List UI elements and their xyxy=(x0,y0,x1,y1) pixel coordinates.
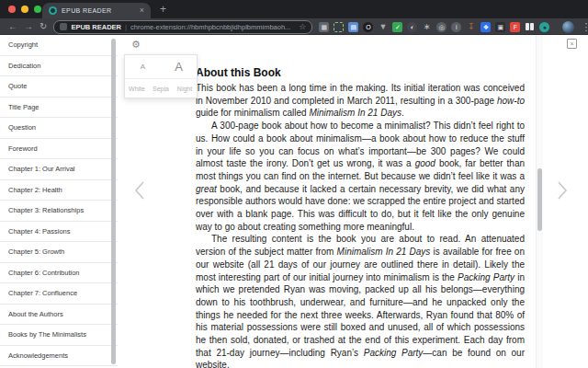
theme-row: WhiteSepiaNight xyxy=(125,79,197,98)
bookmark-star-icon[interactable]: ☆ xyxy=(299,23,306,31)
extensions-row: ▦▤O▼✓◐∗◎i↧❖▣F● xyxy=(319,22,549,32)
diamond-extension-icon[interactable]: ❖ xyxy=(481,22,491,32)
content-scrollbar-thumb[interactable] xyxy=(537,168,542,231)
sidebar-item[interactable]: Copyright xyxy=(0,35,118,56)
browser-window: EPUB READER × + ← → ↻ EPUB READER | chro… xyxy=(0,0,588,368)
window-zoom-button[interactable] xyxy=(34,6,41,13)
shield-extension-icon[interactable]: ✓ xyxy=(392,22,402,32)
paragraph: This book has been a long time in the ma… xyxy=(196,82,525,120)
sidebar-item[interactable]: Dedication xyxy=(0,56,118,77)
tab-close-icon[interactable]: × xyxy=(140,6,144,15)
book-content: About this Book This book has been a lon… xyxy=(196,66,525,368)
traffic-lights xyxy=(0,6,41,18)
back-icon[interactable]: ← xyxy=(8,22,17,31)
sidebar-item[interactable]: Chapter 5: Growth xyxy=(0,242,118,263)
sidebar-item[interactable]: Chapter 4: Passions xyxy=(0,222,118,243)
sidebar-item[interactable]: Acknowledgements xyxy=(0,346,118,367)
window-close-button[interactable] xyxy=(8,6,16,13)
theme-option-night[interactable]: Night xyxy=(173,86,197,92)
settings-popup: A A WhiteSepiaNight xyxy=(124,54,198,98)
paragraphs-container: This book has been a long time in the ma… xyxy=(196,82,525,368)
download-extension-icon[interactable]: ↧ xyxy=(466,22,476,32)
caret-extension-icon[interactable]: ▼ xyxy=(378,22,388,32)
tab-title: EPUB READER xyxy=(62,7,135,14)
sidebar-item[interactable]: About the Authors xyxy=(0,305,118,326)
browser-tab[interactable]: EPUB READER × xyxy=(42,3,151,18)
sidebar-item[interactable]: Quote xyxy=(0,76,118,98)
book-extension-icon[interactable] xyxy=(525,22,535,32)
paragraph: The resulting content is the book you ar… xyxy=(196,233,525,368)
toc-list: CopyrightDedicationQuoteTitle PageQuesti… xyxy=(0,35,118,366)
new-tab-button[interactable]: + xyxy=(160,4,166,15)
sidebar-item[interactable]: Chapter 3: Relationships xyxy=(0,201,118,222)
browser-menu-icon[interactable]: ⋮ xyxy=(581,22,588,32)
chevron-right-icon xyxy=(557,180,568,201)
sidebar-item[interactable]: Chapter 2: Health xyxy=(0,180,118,201)
extension-favicon-icon xyxy=(49,6,57,15)
reader-main: ⚙ A A WhiteSepiaNight × About xyxy=(118,35,588,368)
red-f-extension-icon[interactable]: F xyxy=(510,22,520,32)
sidebar-item[interactable]: Question xyxy=(0,118,118,139)
selection-extension-icon[interactable] xyxy=(334,22,344,32)
theme-option-white[interactable]: White xyxy=(125,86,149,92)
browser-toolbar: ← → ↻ EPUB READER | chrome-extension://h… xyxy=(0,18,588,35)
window-minimize-button[interactable] xyxy=(21,6,28,13)
page-title: About this Book xyxy=(196,66,525,79)
grid-extension-icon[interactable]: ▦ xyxy=(319,22,329,32)
address-bar[interactable]: EPUB READER | chrome-extension://hbmhpbc… xyxy=(53,20,312,34)
toc-sidebar: CopyrightDedicationQuoteTitle PageQuesti… xyxy=(0,35,118,368)
omnibox-extension-icon xyxy=(60,23,67,30)
reload-icon[interactable]: ↻ xyxy=(40,22,47,31)
next-page-button[interactable] xyxy=(557,180,568,204)
omnibox-extension-name: EPUB READER xyxy=(71,23,121,31)
teal-extension-icon[interactable]: ● xyxy=(539,22,549,32)
screenshot-extension-icon[interactable]: ▣ xyxy=(495,22,505,32)
sidebar-item[interactable]: Books by The Minimalists xyxy=(0,325,118,346)
sidebar-item[interactable]: Chapter 6: Contribution xyxy=(0,263,118,284)
sidebar-scrollbar[interactable] xyxy=(111,39,116,364)
paragraph: A 300-page book about how to become a mi… xyxy=(196,120,525,233)
sidebar-item[interactable]: Chapter 7: Confluence xyxy=(0,283,118,305)
content-scrollbar[interactable] xyxy=(536,35,543,368)
omnibox-separator: | xyxy=(125,23,127,31)
sidebar-item[interactable]: Chapter 1: Our Arrival xyxy=(0,159,118,180)
close-reader-button[interactable]: × xyxy=(567,39,577,49)
sidebar-item[interactable]: Foreword xyxy=(0,139,118,160)
circle-o-extension-icon[interactable]: O xyxy=(363,22,373,32)
font-size-row: A A xyxy=(125,55,197,79)
profile-avatar[interactable] xyxy=(562,21,574,33)
theme-option-sepia[interactable]: Sepia xyxy=(149,86,173,92)
prev-page-button[interactable] xyxy=(134,180,145,204)
swirl-extension-icon[interactable]: ◐ xyxy=(407,22,417,32)
font-increase-button[interactable]: A xyxy=(161,60,197,74)
settings-gear-icon[interactable]: ⚙ xyxy=(131,39,141,51)
chevron-left-icon xyxy=(134,180,145,201)
flower-extension-icon[interactable]: ∗ xyxy=(422,22,432,32)
omnibox-url: chrome-extension://hbmhpbcnbbjidhplbmmim… xyxy=(130,23,295,31)
target-extension-icon[interactable]: ◎ xyxy=(436,22,447,32)
tab-strip: EPUB READER × + xyxy=(0,0,588,18)
reader-page: CopyrightDedicationQuoteTitle PageQuesti… xyxy=(0,35,588,368)
sidebar-item[interactable]: Title Page xyxy=(0,98,118,119)
forward-icon[interactable]: → xyxy=(24,22,33,31)
info-extension-icon[interactable]: i xyxy=(451,22,461,32)
document-extension-icon[interactable]: ▤ xyxy=(348,22,358,32)
font-decrease-button[interactable]: A xyxy=(125,63,161,71)
